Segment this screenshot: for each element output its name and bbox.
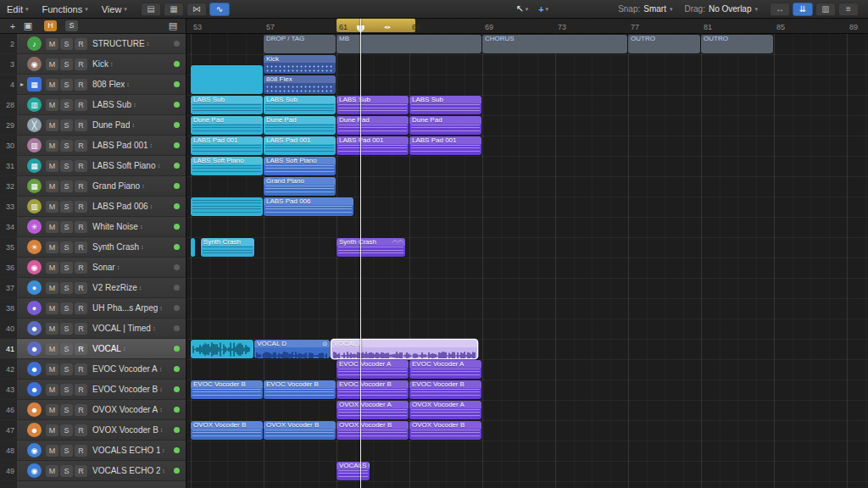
crossfade-icon[interactable]: ⋈	[186, 3, 207, 16]
mute-button[interactable]: M	[46, 140, 58, 152]
drum-machine-icon[interactable]: ▦	[27, 77, 42, 92]
region[interactable]: LABS Soft Piano	[264, 157, 336, 175]
track-on-dot[interactable]	[174, 264, 180, 270]
track-header-config-icon[interactable]: ▤	[165, 20, 181, 31]
track-on-dot[interactable]	[174, 203, 180, 209]
patch-stepper-icon[interactable]: ↕	[160, 427, 164, 433]
solo-button[interactable]: S	[60, 465, 73, 477]
track-on-dot[interactable]	[174, 163, 180, 169]
record-enable-button[interactable]: R	[75, 384, 87, 396]
record-enable-button[interactable]: R	[75, 404, 87, 416]
nudge-icon[interactable]: ↔	[770, 3, 790, 16]
drop-icon[interactable]: ●	[27, 301, 42, 315]
drop-icon[interactable]: ●	[27, 280, 42, 295]
drag-selector[interactable]: Drag: No Overlap ▾	[684, 4, 758, 14]
region[interactable]: OVOX Vocoder A	[409, 401, 481, 419]
record-enable-button[interactable]: R	[75, 424, 87, 436]
region[interactable]: Synth Crash	[201, 238, 254, 257]
menu-edit[interactable]: Edit ▾	[7, 4, 28, 14]
track-on-dot[interactable]	[174, 346, 180, 352]
mute-button[interactable]: M	[46, 180, 58, 192]
track-header-row[interactable]: 47 ☻ M S R OVOX Vocoder B ↕	[0, 420, 186, 441]
arrangement-marker[interactable]: CHORUS	[482, 35, 627, 53]
region[interactable]: OVOX Vocoder A	[337, 401, 409, 419]
mute-button[interactable]: M	[46, 119, 58, 131]
playhead[interactable]	[360, 19, 362, 488]
global-solo-button[interactable]: S	[65, 20, 78, 31]
track-header-row[interactable]: 43 ☻ M S R EVOC Vocoder B ↕	[0, 380, 186, 400]
track-name[interactable]: VOCAL	[92, 344, 121, 353]
patch-stepper-icon[interactable]: ↕	[159, 407, 163, 413]
arrangement-marker[interactable]: MB	[337, 35, 481, 53]
region[interactable]: Grand Piano	[264, 177, 336, 196]
synth-icon[interactable]: ╳	[27, 118, 42, 132]
record-enable-button[interactable]: R	[75, 119, 87, 131]
grid-cells-icon[interactable]: ▦	[164, 3, 184, 16]
region[interactable]	[191, 65, 263, 94]
track-header-row[interactable]: 38 ● M S R UH Pha...s Arpeg ↕	[0, 298, 186, 319]
region[interactable]: LABS Sub	[409, 96, 481, 114]
track-name[interactable]: Dune Pad	[92, 120, 130, 130]
patch-stepper-icon[interactable]: ↕	[139, 285, 142, 291]
patch-stepper-icon[interactable]: ↕	[117, 264, 120, 270]
record-enable-button[interactable]: R	[75, 38, 87, 50]
solo-button[interactable]: S	[60, 99, 73, 111]
region[interactable]: LABS Pad 001	[337, 136, 409, 155]
region[interactable]: EVOC Vocoder B	[191, 380, 263, 399]
record-enable-button[interactable]: R	[75, 58, 87, 70]
add-track-button[interactable]: +	[5, 21, 20, 31]
zoom-preset-icon[interactable]: ▥	[815, 3, 836, 16]
vocoder-icon[interactable]: ☻	[27, 402, 42, 417]
track-header-row[interactable]: 28 ▥ M S R LABS Sub ↕	[0, 95, 186, 115]
track-header-row[interactable]: 4 ▸ ▦ M S R 808 Flex ↕	[0, 75, 186, 95]
track-header-row[interactable]: 30 ▥ M S R LABS Pad 001 ↕	[0, 136, 186, 156]
mute-button[interactable]: M	[46, 404, 58, 416]
track-name[interactable]: LABS Soft Piano	[92, 161, 156, 170]
track-on-dot[interactable]	[174, 41, 180, 47]
patch-stepper-icon[interactable]: ↕	[140, 224, 143, 230]
mute-button[interactable]: M	[46, 282, 58, 294]
burst-icon[interactable]: ☀	[27, 240, 42, 254]
patch-stepper-icon[interactable]: ↕	[162, 468, 165, 474]
mute-button[interactable]: M	[46, 160, 58, 172]
region[interactable]: LABS Sub	[264, 96, 336, 114]
track-name[interactable]: Sonar	[92, 263, 115, 272]
record-enable-button[interactable]: R	[75, 201, 87, 213]
menu-functions[interactable]: Functions ▾	[42, 4, 87, 14]
music-note-icon[interactable]: ♪	[27, 36, 42, 51]
region[interactable]: LABS Pad 001	[191, 136, 263, 155]
patch-stepper-icon[interactable]: ↕	[133, 102, 136, 108]
solo-button[interactable]: S	[60, 160, 73, 172]
badge-icon[interactable]: ◉	[27, 443, 42, 458]
record-enable-button[interactable]: R	[75, 363, 87, 375]
track-on-dot[interactable]	[174, 102, 180, 108]
track-on-dot[interactable]	[174, 325, 180, 331]
solo-button[interactable]: S	[60, 140, 73, 152]
region[interactable]: Dune Pad	[191, 116, 263, 135]
region[interactable]: LABS Sub	[337, 96, 409, 114]
synth-icon[interactable]: ▥	[27, 97, 42, 112]
mute-button[interactable]: M	[46, 201, 58, 213]
patch-stepper-icon[interactable]: ↕	[110, 61, 114, 67]
track-on-dot[interactable]	[174, 122, 180, 128]
region[interactable]	[191, 238, 195, 257]
solo-button[interactable]: S	[60, 404, 73, 416]
track-header-row[interactable]: 29 ╳ M S R Dune Pad ↕	[0, 115, 186, 136]
track-header-row[interactable]: 35 ☀ M S R Synth Crash ↕	[0, 237, 186, 258]
mute-button[interactable]: M	[46, 262, 58, 274]
track-on-dot[interactable]	[174, 81, 180, 87]
track-header-row[interactable]: 32 ▦ M S R Grand Piano ↕	[0, 176, 186, 197]
region[interactable]: VOCALS E	[337, 462, 370, 480]
mute-button[interactable]: M	[46, 343, 58, 355]
solo-button[interactable]: S	[60, 119, 73, 131]
drum-icon[interactable]: ◉	[27, 57, 42, 71]
track-on-dot[interactable]	[174, 224, 180, 230]
region[interactable]: OVOX Vocoder B	[337, 421, 409, 440]
region[interactable]: EVOC Vocoder B	[337, 380, 409, 399]
track-on-dot[interactable]	[174, 142, 180, 148]
pointer-tool-selector[interactable]: ↖ ▾	[515, 3, 528, 14]
snap-selector[interactable]: Snap: Smart ▾	[618, 4, 672, 14]
region[interactable]: Kick	[264, 55, 336, 74]
track-header-row[interactable]: 33 ▥ M S R LABS Pad 006 ↕	[0, 197, 186, 217]
patch-stepper-icon[interactable]: ↕	[159, 386, 163, 392]
